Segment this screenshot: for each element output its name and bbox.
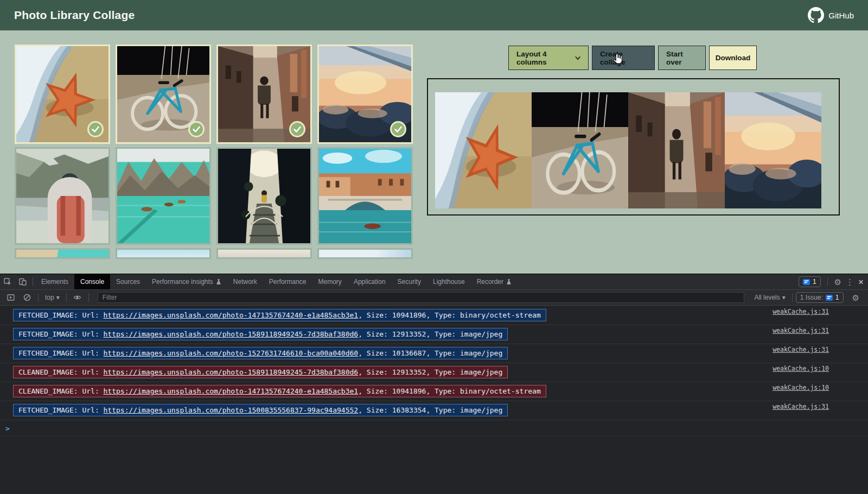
collage-image-alley (628, 92, 725, 208)
photo-thumb-partial-1[interactable] (15, 248, 110, 259)
tab-elements[interactable]: Elements (35, 274, 74, 289)
console-source-link[interactable]: weakCache.js:10 (773, 365, 829, 372)
start-over-button[interactable]: Start over (658, 46, 706, 70)
caret-down-icon: ▾ (782, 294, 786, 301)
selected-check-icon (87, 121, 104, 137)
flask-icon (216, 278, 221, 285)
flask-icon (506, 278, 512, 285)
clear-console-icon[interactable] (20, 290, 35, 305)
page-title: Photo Library Collage (14, 9, 135, 22)
photo-thumb-partial-4[interactable] (317, 248, 413, 259)
issues-counter[interactable]: 1 (799, 276, 821, 287)
issues-icon (803, 279, 810, 285)
console-prompt[interactable]: > (0, 420, 868, 436)
console-message-row: CLEANED_IMAGE: Url: https://images.unspl… (0, 363, 868, 382)
close-devtools-icon[interactable]: × (858, 277, 864, 287)
console-source-link[interactable]: weakCache.js:31 (773, 346, 829, 353)
photo-braies-illustration (117, 149, 209, 243)
settings-gear-icon[interactable]: ⚙ (834, 278, 841, 286)
photo-alley-illustration (628, 92, 725, 208)
inspect-element-icon[interactable] (0, 274, 15, 289)
devtools-tabbar: Elements Console Sources Performance ins… (0, 274, 868, 290)
photo-venice-illustration (319, 149, 411, 243)
image-url-link[interactable]: https://images.unsplash.com/photo-150083… (104, 406, 359, 414)
photo-thumb-partial-3[interactable] (216, 248, 312, 259)
caret-down-icon: ▾ (56, 294, 60, 301)
collage-strip (435, 92, 821, 208)
filter-input[interactable] (98, 292, 745, 303)
issue-counter-toolbar[interactable]: 1 Issue: 1 (796, 292, 844, 303)
console-message-row: FETCHED_IMAGE: Url: https://images.unspl… (0, 306, 868, 325)
photo-bridge-illustration (218, 149, 310, 243)
photo-thumb-starfish[interactable] (15, 45, 110, 144)
console-message: FETCHED_IMAGE: Url: https://images.unspl… (13, 347, 508, 359)
console-message: CLEANED_IMAGE: Url: https://images.unspl… (13, 385, 546, 397)
console-message: FETCHED_IMAGE: Url: https://images.unspl… (13, 309, 546, 321)
image-url-link[interactable]: https://images.unsplash.com/photo-147135… (104, 311, 359, 319)
main-content: Layout 4 columns Create collage Start ov… (0, 30, 868, 274)
tab-sources[interactable]: Sources (110, 274, 146, 289)
photo-thumb-braies-lake[interactable] (116, 147, 211, 245)
tab-lighthouse[interactable]: Lighthouse (427, 274, 471, 289)
selected-check-icon (289, 121, 305, 137)
layout-select[interactable]: Layout 4 columns (508, 46, 589, 70)
devtools-panel: Elements Console Sources Performance ins… (0, 274, 868, 494)
tab-performance-insights[interactable]: Performance insights (146, 274, 227, 289)
divider (66, 293, 67, 302)
photo-bicycle-illustration (532, 92, 628, 208)
github-link[interactable]: GitHub (808, 7, 854, 23)
console-source-link[interactable]: weakCache.js:10 (773, 384, 829, 391)
photo-lake-hiker-illustration (16, 149, 108, 243)
photo-thumb-partial-2[interactable] (116, 248, 211, 259)
tab-security[interactable]: Security (392, 274, 427, 289)
tabbar-right-controls: 1 ⚙ ⋮ × (799, 276, 868, 287)
more-options-icon[interactable]: ⋮ (846, 278, 854, 286)
console-output: FETCHED_IMAGE: Url: https://images.unspl… (0, 306, 868, 494)
context-selector[interactable]: top▾ (42, 294, 63, 301)
image-url-link[interactable]: https://images.unsplash.com/photo-158911… (104, 368, 359, 376)
collage-image-bicycle (532, 92, 628, 208)
image-url-link[interactable]: https://images.unsplash.com/photo-152763… (104, 349, 359, 357)
photo-thumb-alley[interactable] (216, 45, 312, 144)
photo-thumb-lake-hiker[interactable] (15, 147, 110, 245)
tab-recorder[interactable]: Recorder (471, 274, 518, 289)
console-settings-gear-icon[interactable]: ⚙ (852, 294, 859, 302)
device-toolbar-icon[interactable] (15, 274, 30, 289)
console-message-row: FETCHED_IMAGE: Url: https://images.unspl… (0, 401, 868, 420)
image-url-link[interactable]: https://images.unsplash.com/photo-147135… (104, 387, 359, 395)
console-source-link[interactable]: weakCache.js:31 (773, 327, 829, 334)
app-root: Photo Library Collage GitHub (0, 0, 868, 494)
console-source-link[interactable]: weakCache.js:31 (773, 308, 829, 315)
log-levels-selector[interactable]: All levels▾ (751, 294, 788, 301)
tab-application[interactable]: Application (348, 274, 392, 289)
selected-check-icon (390, 121, 406, 137)
divider (827, 277, 828, 286)
tab-performance[interactable]: Performance (263, 274, 312, 289)
selected-check-icon (188, 121, 205, 137)
cursor-pointer-icon (612, 53, 624, 65)
console-message: FETCHED_IMAGE: Url: https://images.unspl… (13, 404, 508, 416)
tab-console[interactable]: Console (74, 274, 110, 289)
console-sidebar-icon[interactable] (3, 290, 18, 305)
console-message-row: CLEANED_IMAGE: Url: https://images.unspl… (0, 382, 868, 401)
console-toolbar: top▾ All levels▾ 1 Issue: 1 ⚙ (0, 290, 868, 306)
divider (88, 293, 89, 302)
app-header: Photo Library Collage GitHub (0, 0, 868, 30)
photo-grid (15, 45, 413, 259)
photo-thumb-bicycle[interactable] (116, 45, 211, 144)
image-url-link[interactable]: https://images.unsplash.com/photo-158911… (104, 330, 359, 338)
photo-thumb-venice[interactable] (317, 147, 413, 245)
collage-controls: Layout 4 columns Create collage Start ov… (508, 46, 757, 70)
download-button[interactable]: Download (709, 46, 757, 70)
console-source-link[interactable]: weakCache.js:31 (773, 403, 829, 410)
divider (792, 293, 793, 302)
live-expression-eye-icon[interactable] (70, 290, 85, 305)
issues-icon (826, 295, 833, 301)
collage-image-starfish (435, 92, 532, 208)
photo-thumb-airplane-wing[interactable] (317, 45, 413, 144)
tab-network[interactable]: Network (227, 274, 263, 289)
tab-memory[interactable]: Memory (312, 274, 348, 289)
photo-thumb-suspension-bridge[interactable] (216, 147, 312, 245)
github-icon (808, 7, 824, 23)
divider (38, 293, 39, 302)
